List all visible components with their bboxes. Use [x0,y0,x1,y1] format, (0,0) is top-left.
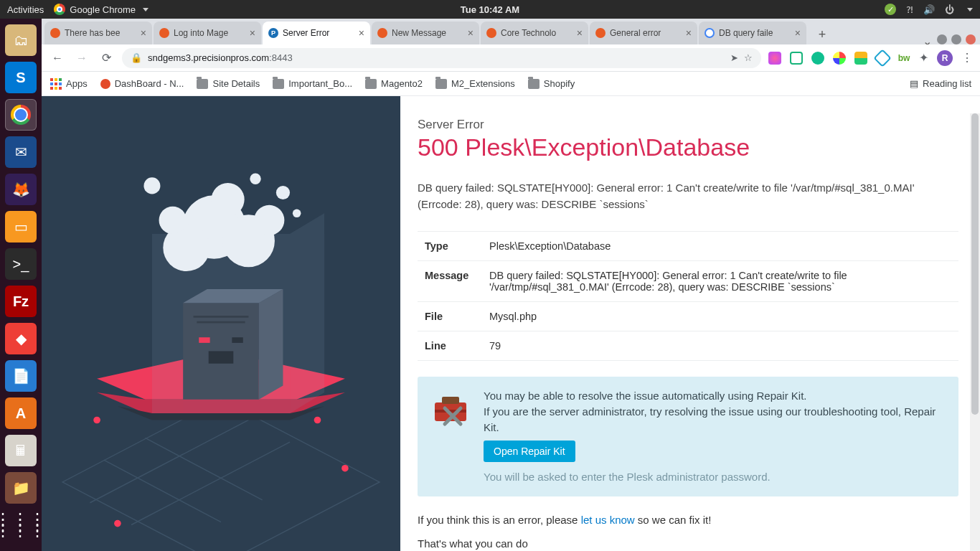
bookmark-dashboard[interactable]: DashBoard - N... [100,78,184,89]
page-title: 500 Plesk\Exception\Database [418,133,958,161]
panel-text-1: You may be able to resolve the issue aut… [484,388,946,404]
close-icon[interactable]: × [468,27,473,39]
close-icon[interactable]: × [359,27,364,39]
scrollbar-thumb[interactable] [971,113,979,415]
reload-button[interactable]: ⟳ [98,51,115,65]
tab-1[interactable]: Log into Mage× [154,22,261,44]
svg-point-26 [250,174,260,184]
table-row: TypePlesk\Exception\Database [418,232,958,261]
tab-6[interactable]: DB query faile× [699,22,806,44]
volume-icon[interactable]: 🔊 [923,4,935,15]
back-button[interactable]: ← [49,52,66,65]
extensions-menu-icon[interactable]: ✦ [919,51,928,65]
bookmark-shopify[interactable]: Shopify [528,78,575,89]
chrome-icon [54,4,65,15]
ext-icon[interactable] [768,52,781,65]
svg-point-2 [341,465,349,472]
dock-trash[interactable]: 📁 [5,472,37,504]
ext-icon[interactable] [854,52,867,65]
dock-document[interactable]: 📄 [5,360,37,392]
dock-files[interactable]: 🗂 [5,24,37,56]
dock-show-apps[interactable]: ⋮⋮⋮⋮⋮⋮⋮⋮⋮ [5,509,37,541]
ext-icon[interactable]: bw [897,52,910,65]
ext-icon[interactable] [873,49,891,67]
send-icon[interactable]: ➤ [730,52,738,63]
tab-title: Server Error [283,28,354,38]
dock-thunderbird[interactable]: ✉ [5,136,37,168]
let-us-know-link[interactable]: let us know [581,514,635,526]
profile-avatar[interactable]: R [937,50,953,66]
chrome-window: There has bee× Log into Mage× PServer Er… [42,19,980,551]
dock-terminal[interactable]: >_ [5,248,37,280]
close-icon[interactable]: × [795,27,801,39]
svg-point-1 [114,520,121,527]
dock-firefox[interactable]: 🦊 [5,174,37,205]
tab-title: Core Technolo [501,28,573,38]
input-source-icon[interactable]: ⁈ [906,4,913,15]
close-icon[interactable]: × [577,27,583,39]
dock-chrome[interactable] [5,99,37,131]
power-icon[interactable]: ⏻ [945,4,954,15]
reading-list-label: Reading list [923,78,971,89]
tab-5[interactable]: General error× [590,22,697,44]
maximize-button[interactable] [951,34,961,44]
ext-icon[interactable] [790,52,803,65]
footer-line-2: That's what you can do [418,537,958,550]
bookmark-m2ext[interactable]: M2_Extensions [435,78,515,89]
bookmark-label: Magento2 [381,78,423,89]
chevron-down-icon[interactable] [967,8,973,11]
open-repair-kit-button[interactable]: Open Repair Kit [484,441,575,462]
toolbar: ← → ⟳ 🔒 sndgems3.precisionpros.com:8443 … [42,44,980,72]
bookmark-magento2[interactable]: Magento2 [365,78,423,89]
clock[interactable]: Tue 10:42 AM [461,4,519,15]
chevron-down-icon[interactable]: ⌄ [923,34,933,44]
tab-3[interactable]: New Message× [372,22,479,44]
close-icon[interactable]: × [141,27,146,39]
close-icon[interactable]: × [686,27,692,39]
reading-list[interactable]: ▤Reading list [910,78,971,89]
close-window-button[interactable] [966,34,976,44]
address-bar[interactable]: 🔒 sndgems3.precisionpros.com:8443 ➤ ☆ [122,48,761,68]
dock-skype[interactable]: S [5,62,37,93]
dock-sublime[interactable]: ▭ [5,211,37,242]
bookmark-sitedetails[interactable]: Site Details [197,78,260,89]
list-icon: ▤ [910,78,918,89]
favicon-icon [486,28,496,38]
prop-label: Line [418,331,482,361]
apps-shortcut[interactable]: Apps [50,78,88,90]
ext-icon[interactable] [811,52,824,65]
dock-calculator[interactable]: 🖩 [5,435,37,466]
svg-rect-29 [442,397,459,404]
close-icon[interactable]: × [250,27,255,39]
apps-label: Apps [66,78,88,89]
new-tab-button[interactable]: + [812,24,832,44]
svg-point-23 [212,183,245,216]
prop-value: Plesk\Exception\Database [482,232,958,261]
status-ok-icon[interactable]: ✓ [885,4,896,15]
error-content: Server Error 500 Plesk\Exception\Databas… [400,96,980,551]
tab-2-active[interactable]: PServer Error× [263,22,370,44]
svg-point-21 [159,207,187,234]
vertical-scrollbar[interactable] [970,113,980,551]
tab-4[interactable]: Core Technolo× [481,22,588,44]
dock-software[interactable]: A [5,397,37,429]
dock-filezilla[interactable]: Fz [5,286,37,317]
prop-value: DB query failed: SQLSTATE[HY000]: Genera… [482,261,958,302]
dock-anydesk[interactable]: ◆ [5,323,37,354]
ext-icon[interactable] [833,52,846,65]
activities-button[interactable]: Activities [7,4,44,15]
minimize-button[interactable] [937,34,947,44]
prop-label: File [418,302,482,331]
table-row: Line79 [418,331,958,361]
bookmark-important[interactable]: Important_Bo... [273,78,352,89]
tab-0[interactable]: There has bee× [44,22,152,44]
svg-point-3 [314,417,321,424]
prop-label: Type [418,232,482,261]
favicon-icon [705,28,715,38]
app-menu[interactable]: Google Chrome [54,4,149,15]
chrome-menu-icon[interactable]: ⋮ [961,51,973,65]
star-icon[interactable]: ☆ [744,52,753,63]
bookmark-favicon [100,79,110,89]
prop-label: Message [418,261,482,302]
footer-text: If you think this is an error, please [418,514,581,526]
